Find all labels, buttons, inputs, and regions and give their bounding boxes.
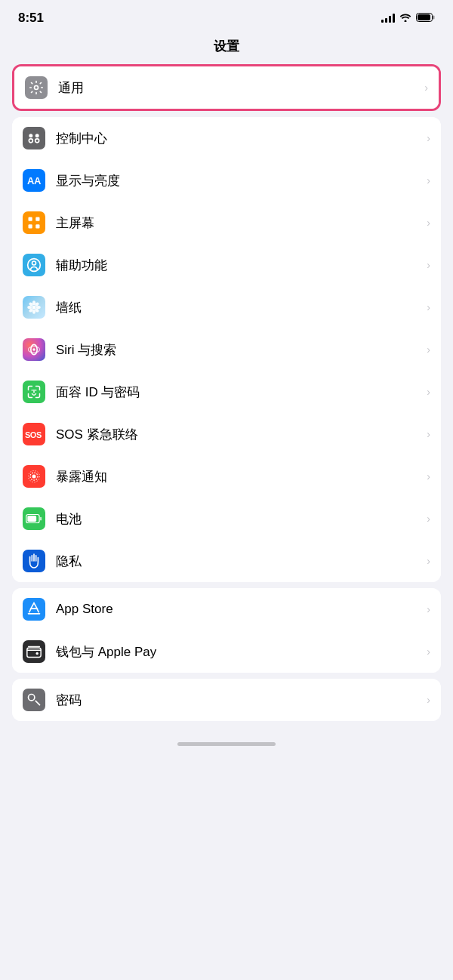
privacy-label: 隐私 [56, 553, 422, 570]
display-label: 显示与亮度 [56, 172, 422, 190]
wallet-label: 钱包与 Apple Pay [56, 643, 422, 661]
svg-point-16 [32, 310, 35, 314]
svg-rect-2 [418, 14, 430, 20]
row-exposure[interactable]: 暴露通知› [12, 455, 441, 498]
wallpaper-icon [23, 296, 45, 319]
row-wallet[interactable]: 钱包与 Apple Pay› [12, 630, 441, 673]
faceid-chevron: › [427, 386, 430, 398]
svg-point-14 [32, 306, 36, 310]
svg-rect-32 [27, 516, 36, 522]
svg-rect-8 [29, 217, 32, 221]
wallpaper-label: 墙纸 [56, 299, 422, 316]
password-icon [23, 689, 45, 711]
svg-point-6 [29, 139, 32, 143]
exposure-chevron: › [427, 470, 430, 482]
row-sos[interactable]: SOSSOS 紧急联络› [12, 413, 441, 455]
sos-label: SOS 紧急联络 [56, 426, 422, 443]
home-screen-icon [23, 211, 45, 234]
svg-point-27 [32, 475, 36, 479]
settings-container: 通用› 控制中心›AA显示与亮度› 主屏幕› 辅助功能› 墙纸› [0, 64, 453, 721]
siri-label: Siri 与搜索 [56, 341, 422, 359]
control-center-chevron: › [427, 132, 430, 144]
home-indicator [0, 727, 453, 753]
general-icon [25, 76, 48, 99]
app-store-label: App Store [56, 602, 422, 617]
password-chevron: › [427, 694, 430, 706]
accessibility-chevron: › [427, 259, 430, 271]
wallet-icon [23, 640, 45, 663]
status-bar: 8:51 [0, 0, 453, 32]
status-icons [381, 11, 435, 25]
svg-point-3 [35, 86, 39, 90]
section-section3: 密码› [12, 679, 441, 721]
svg-point-15 [32, 300, 35, 305]
row-general[interactable]: 通用› [14, 66, 439, 109]
home-screen-chevron: › [427, 217, 430, 229]
row-siri[interactable]: Siri 与搜索› [12, 328, 441, 371]
row-password[interactable]: 密码› [12, 679, 441, 721]
page-title-bar: 设置 [0, 32, 453, 64]
svg-rect-9 [35, 217, 39, 221]
svg-point-7 [35, 139, 39, 143]
svg-point-5 [35, 134, 39, 137]
siri-chevron: › [427, 344, 430, 356]
signal-icon [381, 14, 395, 23]
sos-chevron: › [427, 428, 430, 440]
svg-rect-31 [40, 517, 42, 521]
display-chevron: › [427, 174, 430, 186]
page-title: 设置 [214, 39, 239, 54]
svg-text:SOS: SOS [25, 430, 42, 439]
row-battery[interactable]: 电池› [12, 498, 441, 540]
svg-rect-1 [433, 16, 435, 20]
section-section2: App Store› 钱包与 Apple Pay› [12, 588, 441, 673]
svg-point-17 [27, 306, 32, 309]
row-app-store[interactable]: App Store› [12, 588, 441, 630]
battery-label: 电池 [56, 510, 422, 528]
general-chevron: › [424, 82, 428, 94]
row-privacy[interactable]: 隐私› [12, 540, 441, 582]
exposure-icon [23, 465, 45, 488]
battery-icon [23, 507, 45, 530]
svg-point-35 [29, 695, 35, 701]
general-label: 通用 [58, 79, 420, 97]
control-center-label: 控制中心 [56, 130, 422, 147]
row-accessibility[interactable]: 辅助功能› [12, 244, 441, 286]
sos-icon: SOS [23, 423, 45, 445]
section-section1: 控制中心›AA显示与亮度› 主屏幕› 辅助功能› 墙纸› Siri 与搜索› [12, 117, 441, 582]
svg-rect-11 [35, 224, 39, 228]
row-display[interactable]: AA显示与亮度› [12, 159, 441, 202]
row-faceid[interactable]: 面容 ID 与密码› [12, 371, 441, 413]
accessibility-icon [23, 254, 45, 276]
svg-rect-10 [29, 224, 32, 228]
svg-point-34 [36, 652, 39, 655]
svg-point-18 [36, 306, 41, 309]
row-home-screen[interactable]: 主屏幕› [12, 202, 441, 244]
faceid-label: 面容 ID 与密码 [56, 384, 422, 401]
section-general-highlighted: 通用› [12, 64, 441, 111]
home-screen-label: 主屏幕 [56, 214, 422, 232]
siri-icon [23, 338, 45, 361]
home-bar [177, 742, 276, 746]
privacy-icon [23, 550, 45, 572]
privacy-chevron: › [427, 555, 430, 567]
row-control-center[interactable]: 控制中心› [12, 117, 441, 159]
battery-chevron: › [427, 513, 430, 525]
password-label: 密码 [56, 692, 422, 709]
exposure-label: 暴露通知 [56, 468, 422, 485]
status-time: 8:51 [18, 11, 44, 26]
control-center-icon [23, 127, 45, 149]
wallpaper-chevron: › [427, 301, 430, 313]
battery-icon [416, 11, 435, 25]
row-wallpaper[interactable]: 墙纸› [12, 286, 441, 328]
wallet-chevron: › [427, 646, 430, 658]
app-store-chevron: › [427, 603, 430, 615]
wifi-icon [399, 11, 411, 25]
app-store-icon [23, 598, 45, 621]
accessibility-label: 辅助功能 [56, 257, 422, 274]
display-icon: AA [23, 169, 45, 192]
svg-point-25 [32, 348, 35, 350]
svg-rect-33 [27, 648, 41, 658]
faceid-icon [23, 381, 45, 403]
svg-point-13 [32, 261, 36, 265]
svg-point-4 [29, 134, 32, 137]
